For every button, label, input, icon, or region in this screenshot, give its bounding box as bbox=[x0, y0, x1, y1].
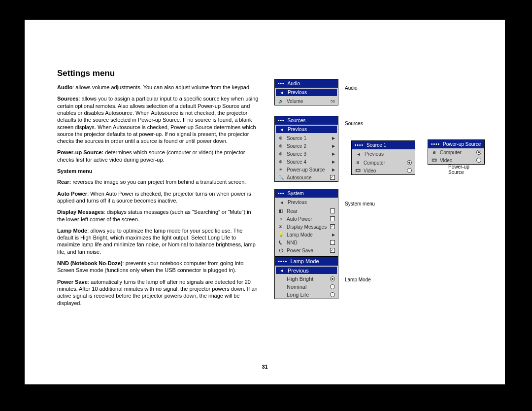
term-audio: Audio bbox=[57, 84, 72, 90]
menu-sources-item: ⊕Source 3▶ bbox=[275, 150, 338, 158]
menu-sources-item: ⊕Source 2▶ bbox=[275, 142, 338, 150]
menu-source1-titlebar: •••• Source 1 bbox=[352, 141, 415, 149]
menu-audio: ••• Audio ◄ Previous 🔈 Volume 50 bbox=[274, 79, 338, 105]
desc-sources: : allows you to assign a particular inpu… bbox=[57, 96, 258, 144]
label-lampmode: Lamp Mode bbox=[287, 232, 326, 238]
message-icon: ✉ bbox=[278, 224, 284, 229]
caption-audio: Audio bbox=[345, 85, 358, 91]
menu-lampmode-longlife: Long Life bbox=[275, 291, 338, 299]
value-volume: 50 bbox=[329, 99, 335, 103]
menu-powerup-video: 📼Video bbox=[428, 156, 484, 164]
para-autopower: Auto Power: When Auto Power is checked, … bbox=[57, 190, 259, 205]
term-sources: Sources bbox=[57, 96, 78, 102]
checkbox-icon bbox=[330, 208, 335, 213]
menu-powerup-computer: 🖥Computer bbox=[428, 148, 484, 156]
checkbox-icon bbox=[330, 248, 335, 253]
label-computer: Computer bbox=[440, 150, 473, 155]
left-text-column: Settings menu Audio: allows volume adjus… bbox=[57, 68, 259, 311]
computer-icon: 🖥 bbox=[355, 160, 361, 165]
page-heading: Settings menu bbox=[57, 68, 259, 79]
para-sources: Sources: allows you to assign a particul… bbox=[57, 95, 259, 144]
menu-source1-video: 📼Video bbox=[352, 167, 415, 174]
menu-lampmode-nominal: Nominal bbox=[275, 283, 338, 291]
menu-sources-titlebar: ••• Sources bbox=[275, 116, 338, 125]
para-powerup: Power-up Source: determines which source… bbox=[57, 149, 259, 163]
para-powersave: Power Save: automatically turns the lamp… bbox=[57, 278, 259, 307]
breadcrumb-dots-icon: ••• bbox=[278, 118, 285, 123]
para-display: Display Messages: displays status messag… bbox=[57, 208, 259, 223]
lamp-icon: 💡 bbox=[278, 232, 284, 237]
source-icon: ⊕ bbox=[278, 159, 284, 164]
label-previous: Previous bbox=[288, 90, 334, 95]
manual-page: Settings menu Audio: allows volume adjus… bbox=[25, 20, 505, 384]
term-lampmode: Lamp Mode bbox=[57, 228, 87, 234]
radio-icon bbox=[330, 292, 335, 297]
desc-rear: reverses the image so you can project fr… bbox=[71, 179, 246, 185]
label-video: Video bbox=[364, 168, 404, 173]
menu-powerup-title: Power-up Source bbox=[443, 141, 481, 147]
source-icon: ⊕ bbox=[278, 143, 284, 148]
label-autopower: Auto Power bbox=[287, 216, 327, 222]
breadcrumb-dots-icon: •••• bbox=[355, 142, 364, 148]
label-source1: Source 1 bbox=[287, 136, 326, 141]
radio-icon bbox=[330, 276, 335, 281]
source-icon: ⊕ bbox=[278, 151, 284, 156]
para-nnd: NND (Notebook No-Doze): prevents your no… bbox=[57, 260, 259, 274]
menu-audio-volume-row: 🔈 Volume 50 bbox=[275, 97, 338, 105]
radio-icon bbox=[407, 160, 412, 165]
arrow-left-icon: ◄ bbox=[279, 90, 285, 95]
menu-sources-title: Sources bbox=[288, 118, 306, 123]
radio-icon bbox=[407, 168, 412, 173]
label-powerup-source: Power-up Source bbox=[287, 167, 326, 172]
label-video: Video bbox=[440, 158, 473, 163]
checkbox-icon bbox=[330, 175, 335, 180]
caption-sources: Sources bbox=[345, 121, 363, 126]
menu-lampmode-titlebar: •••• Lamp Mode bbox=[275, 257, 338, 266]
para-audio: Audio: allows volume adjustments. You ca… bbox=[57, 84, 259, 91]
label-nnd: NND bbox=[287, 240, 327, 245]
label-rear: Rear bbox=[287, 208, 327, 214]
arrow-left-icon: ◄ bbox=[356, 152, 362, 157]
arrow-left-icon: ◄ bbox=[279, 268, 285, 273]
label-source4: Source 4 bbox=[287, 159, 326, 165]
label-nominal: Nominal bbox=[287, 284, 327, 290]
menu-sources-powerup: ☀Power-up Source▶ bbox=[275, 166, 338, 173]
label-previous: Previous bbox=[365, 151, 411, 157]
menu-system: ••• System ◄ Previous ◧Rear ☼Auto Power … bbox=[274, 189, 338, 263]
menu-system-titlebar: ••• System bbox=[275, 189, 338, 198]
menu-sources-previous: ◄ Previous bbox=[276, 126, 337, 133]
desc-audio: : allows volume adjustments. You can als… bbox=[72, 84, 251, 90]
arrow-right-icon: ▶ bbox=[329, 136, 335, 140]
menu-system-previous: ◄ Previous bbox=[276, 199, 337, 206]
magnify-icon: 🔍 bbox=[278, 175, 284, 180]
menu-sources-item: ⊕Source 1▶ bbox=[275, 134, 338, 142]
label-previous: Previous bbox=[288, 200, 334, 205]
term-display: Display Messages bbox=[57, 209, 104, 215]
menu-sources-item: ⊕Source 4▶ bbox=[275, 158, 338, 166]
label-powersave: Power Save bbox=[287, 248, 327, 253]
menu-system-powersave: ⏻Power Save bbox=[275, 246, 338, 254]
nnd-icon: ⏾ bbox=[278, 240, 284, 245]
arrow-right-icon: ▶ bbox=[329, 152, 335, 156]
video-icon: 📼 bbox=[355, 168, 361, 173]
power-icon: ☀ bbox=[278, 167, 284, 172]
computer-icon: 🖥 bbox=[431, 150, 437, 155]
page-number: 31 bbox=[25, 364, 505, 370]
caption-lampmode: Lamp Mode bbox=[345, 277, 371, 282]
label-source2: Source 2 bbox=[287, 143, 326, 149]
breadcrumb-dots-icon: ••• bbox=[278, 81, 285, 86]
label-volume: Volume bbox=[287, 99, 326, 104]
label-previous: Previous bbox=[288, 127, 334, 132]
checkbox-icon bbox=[330, 224, 335, 229]
arrow-right-icon: ▶ bbox=[329, 160, 335, 164]
menu-lampmode: •••• Lamp Mode ◄ Previous High Bright No… bbox=[274, 256, 338, 299]
menu-audio-previous: ◄ Previous bbox=[276, 89, 337, 96]
menu-powerup-titlebar: •••• Power-up Source bbox=[428, 140, 484, 148]
checkbox-icon bbox=[330, 216, 335, 221]
speaker-icon: 🔈 bbox=[278, 99, 284, 103]
desc-lampmode: : allows you to optimize the lamp mode f… bbox=[57, 228, 256, 255]
checkbox-icon bbox=[330, 240, 335, 245]
desc-powersave: : automatically turns the lamp off after… bbox=[57, 279, 258, 306]
menu-source1: •••• Source 1 ◄ Previous 🖥Computer 📼Vide… bbox=[351, 140, 415, 175]
breadcrumb-dots-icon: •••• bbox=[431, 141, 440, 147]
